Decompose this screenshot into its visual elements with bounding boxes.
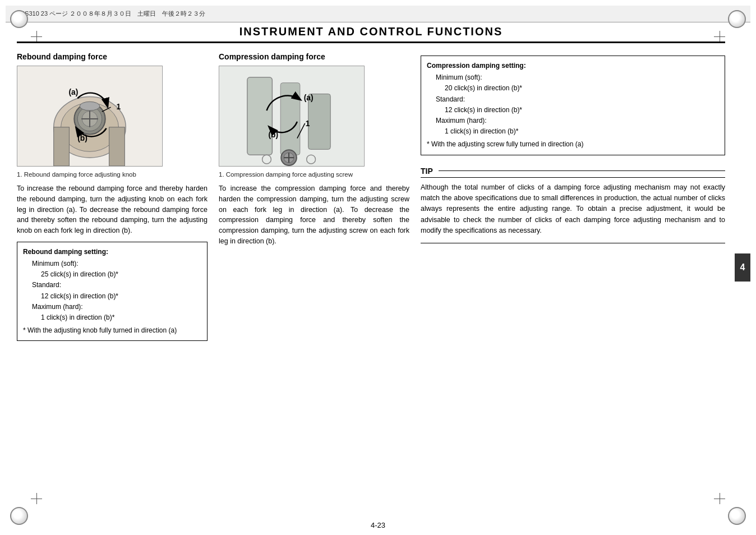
header-strip: U2S310 23 ページ ２００８年８月３０日 土曜日 午後２時２３分 [6, 6, 750, 22]
columns-container: Rebound damping force [17, 52, 725, 341]
svg-text:1: 1 [306, 119, 310, 128]
compression-min-value: 20 click(s) in direction (b)* [427, 83, 719, 94]
corner-decoration-tr [728, 10, 746, 28]
compression-section-title: Compression damping force [219, 52, 409, 61]
compression-diagram-svg: (a) (b) 1 [219, 66, 364, 166]
compression-settings-box: Compression damping setting: Minimum (so… [421, 56, 725, 155]
compression-min-label: Minimum (soft): [427, 72, 719, 83]
compression-note: * With the adjusting screw fully turned … [427, 139, 719, 150]
svg-rect-3 [54, 127, 70, 166]
svg-point-10 [80, 102, 100, 110]
rebound-max-label: Maximum (hard): [23, 302, 201, 312]
rebound-caption: 1. Rebound damping force adjusting knob [17, 171, 208, 178]
corner-decoration-br [728, 507, 746, 525]
tip-body: Although the total number of clicks of a… [421, 182, 725, 237]
svg-text:(a): (a) [68, 87, 78, 96]
rebound-min-label: Minimum (soft): [23, 259, 201, 269]
compression-diagram-box: (a) (b) 1 [219, 66, 365, 167]
right-column: Compression damping setting: Minimum (so… [421, 52, 725, 341]
rebound-settings-box: Rebound damping setting: Minimum (soft):… [17, 242, 208, 342]
rebound-note: * With the adjusting knob fully turned i… [23, 325, 201, 336]
compression-caption: 1. Compression damping force adjusting s… [219, 171, 409, 178]
page-number-bottom: 4-23 [371, 521, 385, 529]
page-title: INSTRUMENT AND CONTROL FUNCTIONS [17, 25, 725, 43]
svg-text:(b): (b) [77, 134, 87, 143]
rebound-min-value: 25 click(s) in direction (b)* [23, 269, 201, 280]
rebound-diagram-box: (a) (b) 1 [17, 66, 163, 167]
compression-std-label: Standard: [427, 94, 719, 105]
compression-settings-title: Compression damping setting: [427, 61, 719, 71]
compression-max-value: 1 click(s) in direction (b)* [427, 126, 719, 137]
rebound-column: Rebound damping force [17, 52, 208, 341]
svg-rect-18 [247, 77, 273, 155]
tip-section: TIP Although the total number of clicks … [421, 167, 725, 244]
rebound-diagram-svg: (a) (b) 1 [17, 66, 162, 166]
svg-text:1: 1 [116, 102, 121, 111]
rebound-body-text: To increase the rebound damping force an… [17, 183, 208, 236]
rebound-std-value: 12 click(s) in direction (b)* [23, 291, 201, 302]
rebound-settings-title: Rebound damping setting: [23, 247, 201, 257]
rebound-std-label: Standard: [23, 280, 201, 290]
rebound-section-title: Rebound damping force [17, 52, 208, 61]
compression-column: Compression damping force [219, 52, 409, 341]
compression-max-label: Maximum (hard): [427, 116, 719, 126]
compression-std-value: 12 click(s) in direction (b)* [427, 105, 719, 116]
svg-text:(a): (a) [304, 93, 314, 102]
svg-rect-19 [280, 83, 300, 155]
svg-rect-4 [109, 127, 125, 166]
svg-text:(b): (b) [268, 130, 278, 139]
rebound-max-value: 1 click(s) in direction (b)* [23, 312, 201, 323]
tip-title: TIP [421, 167, 725, 178]
compression-body-text: To increase the compression damping forc… [219, 183, 409, 247]
main-content: INSTRUMENT AND CONTROL FUNCTIONS Rebound… [17, 25, 725, 510]
header-text: U2S310 23 ページ ２００８年８月３０日 土曜日 午後２時２３分 [17, 10, 205, 18]
page-number-tab: 4 [735, 253, 750, 282]
